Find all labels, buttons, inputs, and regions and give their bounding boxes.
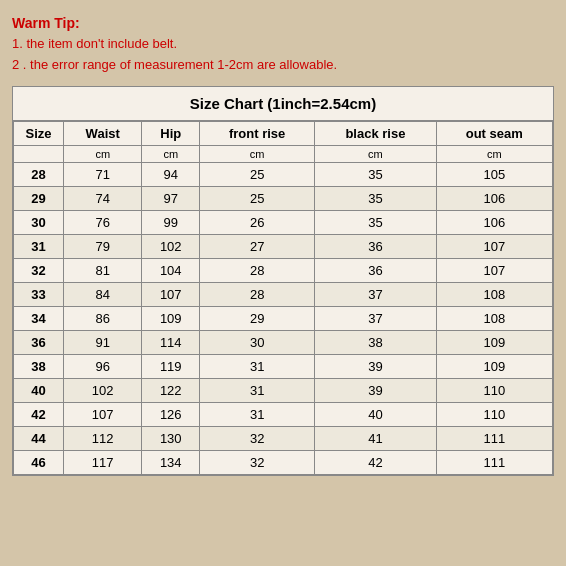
cell-r0-c0: 28 [14,162,64,186]
size-chart-container: Size Chart (1inch=2.54cm) Size Waist Hip… [12,86,554,476]
cell-r9-c0: 40 [14,378,64,402]
cell-r12-c4: 42 [315,450,436,474]
table-body: 2871942535105297497253510630769926351063… [14,162,553,474]
cell-r2-c0: 30 [14,210,64,234]
warm-tip-item-2: 2 . the error range of measurement 1-2cm… [12,55,554,76]
warm-tip-item-1: 1. the item don't include belt. [12,34,554,55]
table-row: 34861092937108 [14,306,553,330]
table-row: 441121303241111 [14,426,553,450]
cell-r6-c0: 34 [14,306,64,330]
cell-r0-c1: 71 [64,162,142,186]
cell-r5-c4: 37 [315,282,436,306]
cell-r5-c1: 84 [64,282,142,306]
cell-r5-c5: 108 [436,282,552,306]
cell-r2-c5: 106 [436,210,552,234]
cell-r9-c3: 31 [200,378,315,402]
cell-r8-c1: 96 [64,354,142,378]
header-out-seam: out seam [436,121,552,145]
cell-r4-c2: 104 [142,258,200,282]
warm-tip-title: Warm Tip: [12,12,554,34]
cell-r3-c2: 102 [142,234,200,258]
table-row: 2871942535105 [14,162,553,186]
table-header-row: Size Waist Hip front rise black rise out… [14,121,553,145]
unit-out-seam: cm [436,145,552,162]
cell-r6-c1: 86 [64,306,142,330]
cell-r3-c0: 31 [14,234,64,258]
cell-r3-c4: 36 [315,234,436,258]
unit-front-rise: cm [200,145,315,162]
cell-r5-c0: 33 [14,282,64,306]
cell-r8-c2: 119 [142,354,200,378]
cell-r8-c5: 109 [436,354,552,378]
cell-r12-c2: 134 [142,450,200,474]
cell-r1-c2: 97 [142,186,200,210]
table-row: 3076992635106 [14,210,553,234]
cell-r7-c4: 38 [315,330,436,354]
cell-r2-c2: 99 [142,210,200,234]
cell-r11-c2: 130 [142,426,200,450]
cell-r6-c2: 109 [142,306,200,330]
header-size: Size [14,121,64,145]
cell-r4-c4: 36 [315,258,436,282]
cell-r9-c1: 102 [64,378,142,402]
cell-r7-c0: 36 [14,330,64,354]
header-hip: Hip [142,121,200,145]
cell-r12-c3: 32 [200,450,315,474]
header-waist: Waist [64,121,142,145]
cell-r11-c4: 41 [315,426,436,450]
cell-r11-c3: 32 [200,426,315,450]
cell-r5-c2: 107 [142,282,200,306]
table-title: Size Chart (1inch=2.54cm) [13,87,553,121]
cell-r9-c4: 39 [315,378,436,402]
cell-r7-c5: 109 [436,330,552,354]
cell-r11-c1: 112 [64,426,142,450]
cell-r1-c0: 29 [14,186,64,210]
table-row: 461171343242111 [14,450,553,474]
cell-r6-c5: 108 [436,306,552,330]
table-row: 38961193139109 [14,354,553,378]
unit-hip: cm [142,145,200,162]
cell-r8-c4: 39 [315,354,436,378]
cell-r11-c5: 111 [436,426,552,450]
unit-size [14,145,64,162]
cell-r3-c5: 107 [436,234,552,258]
cell-r6-c4: 37 [315,306,436,330]
cell-r1-c1: 74 [64,186,142,210]
unit-black-rise: cm [315,145,436,162]
cell-r9-c5: 110 [436,378,552,402]
cell-r12-c0: 46 [14,450,64,474]
cell-r12-c1: 117 [64,450,142,474]
header-black-rise: black rise [315,121,436,145]
cell-r7-c1: 91 [64,330,142,354]
cell-r2-c1: 76 [64,210,142,234]
table-unit-row: cm cm cm cm cm [14,145,553,162]
size-chart-table: Size Waist Hip front rise black rise out… [13,121,553,475]
cell-r0-c3: 25 [200,162,315,186]
table-row: 421071263140110 [14,402,553,426]
cell-r4-c1: 81 [64,258,142,282]
table-row: 33841072837108 [14,282,553,306]
table-row: 36911143038109 [14,330,553,354]
cell-r7-c3: 30 [200,330,315,354]
table-row: 31791022736107 [14,234,553,258]
cell-r3-c1: 79 [64,234,142,258]
cell-r4-c5: 107 [436,258,552,282]
cell-r1-c4: 35 [315,186,436,210]
cell-r12-c5: 111 [436,450,552,474]
cell-r4-c0: 32 [14,258,64,282]
header-front-rise: front rise [200,121,315,145]
cell-r6-c3: 29 [200,306,315,330]
cell-r11-c0: 44 [14,426,64,450]
cell-r8-c3: 31 [200,354,315,378]
cell-r2-c3: 26 [200,210,315,234]
cell-r3-c3: 27 [200,234,315,258]
cell-r10-c3: 31 [200,402,315,426]
cell-r10-c0: 42 [14,402,64,426]
cell-r2-c4: 35 [315,210,436,234]
table-row: 401021223139110 [14,378,553,402]
cell-r7-c2: 114 [142,330,200,354]
cell-r10-c5: 110 [436,402,552,426]
cell-r4-c3: 28 [200,258,315,282]
cell-r8-c0: 38 [14,354,64,378]
warm-tip-section: Warm Tip: 1. the item don't include belt… [12,12,554,76]
